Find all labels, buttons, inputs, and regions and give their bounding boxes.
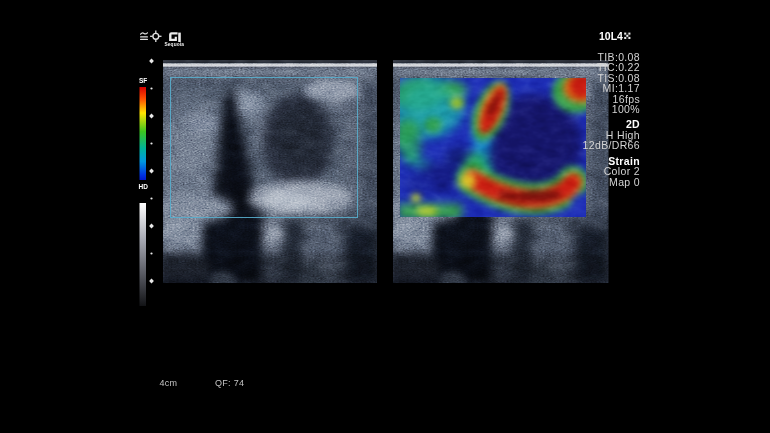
svg-text:Sequoia: Sequoia <box>165 42 185 47</box>
svg-text:SF: SF <box>139 77 147 84</box>
svg-text:HD: HD <box>139 183 149 190</box>
